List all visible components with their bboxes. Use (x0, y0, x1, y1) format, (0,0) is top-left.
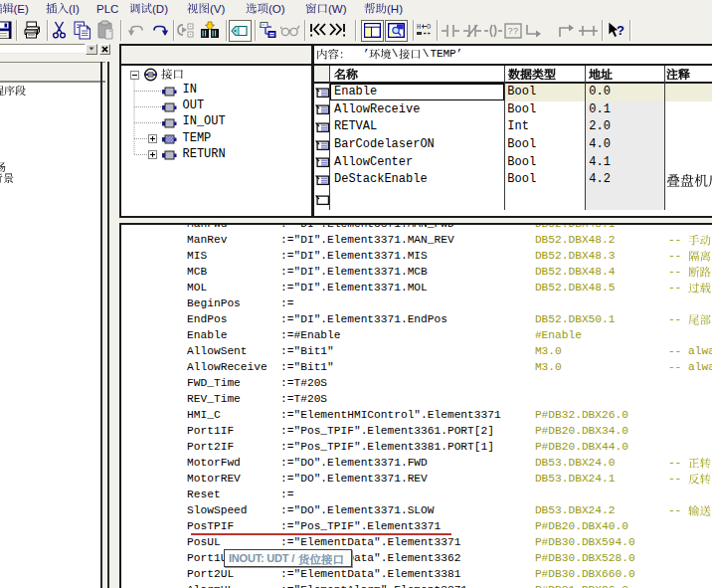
svg-text:??: ?? (508, 27, 519, 37)
svg-text:H: H (417, 23, 421, 31)
svg-text:?: ? (617, 23, 624, 38)
svg-text:O: O (427, 23, 431, 31)
